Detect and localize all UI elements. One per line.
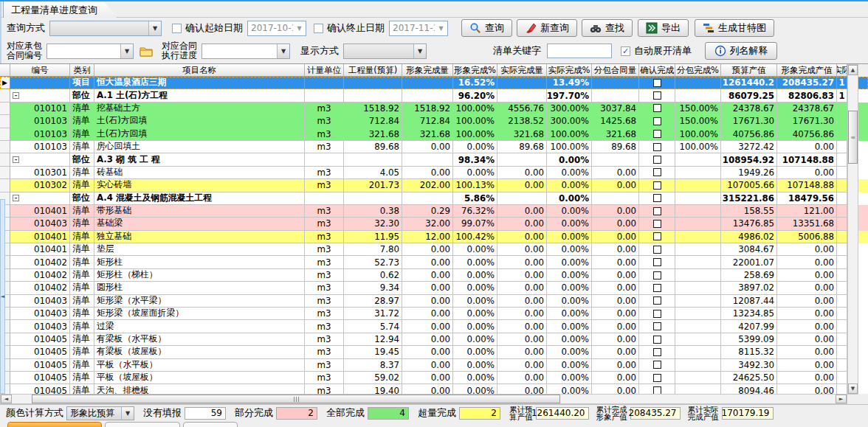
item-row[interactable]: 010403清单基础梁m332.3032.0099.07%0.000.00%0.… <box>0 218 868 230</box>
cell[interactable]: 5.74 <box>344 320 402 333</box>
cell[interactable]: 0.00 <box>592 333 639 346</box>
cell[interactable]: A.3 砌 筑 工 程 <box>94 153 305 166</box>
cell[interactable]: 150.00% <box>675 115 721 128</box>
cell[interactable]: 107148.88 <box>777 153 837 166</box>
confirm-end-date-checkbox[interactable]: 确认终止日期 <box>314 21 385 35</box>
cell[interactable]: 0.00% <box>453 359 497 372</box>
item-row[interactable]: 010403清单矩形梁（水平梁）m328.970.000.00%0.000.00… <box>0 295 868 308</box>
vertical-scroll-thumb[interactable]: ≡ <box>848 111 858 164</box>
find-button[interactable]: 查找 <box>582 19 633 37</box>
cell[interactable]: 3897.02 <box>721 282 777 294</box>
cell[interactable]: 300.00% <box>547 103 592 115</box>
cell[interactable] <box>305 89 344 102</box>
cell[interactable]: 基础梁 <box>94 218 305 230</box>
cell[interactable]: 0.00% <box>453 384 497 394</box>
cell[interactable]: 垫层 <box>94 243 305 256</box>
cell[interactable]: 1 <box>837 89 847 102</box>
scroll-up-icon[interactable]: ▲ <box>848 65 858 75</box>
item-row[interactable]: 010103清单土(石)方回填m3321.68321.68100.00%321.… <box>0 128 868 141</box>
cell[interactable] <box>837 141 847 153</box>
export-button[interactable]: 导出 <box>638 19 689 37</box>
cell[interactable]: 17671.30 <box>777 115 837 128</box>
display-mode-select[interactable]: ▼ <box>343 44 427 59</box>
confirm-complete-checkbox[interactable] <box>653 296 661 305</box>
confirm-complete-checkbox[interactable] <box>653 91 661 100</box>
cell[interactable]: 0.00 <box>402 269 453 282</box>
cell[interactable]: 0.00 <box>497 231 547 243</box>
cell[interactable]: 108954.92 <box>721 153 777 166</box>
cell[interactable] <box>639 384 675 394</box>
cell[interactable] <box>344 89 402 102</box>
cell[interactable] <box>639 115 675 128</box>
cell[interactable]: 清单 <box>70 103 94 115</box>
cell[interactable]: 0.00 <box>777 372 837 384</box>
cell[interactable]: 恒大温泉酒店三期 <box>94 77 305 89</box>
confirm-complete-checkbox[interactable] <box>653 232 661 240</box>
cell[interactable] <box>837 115 847 128</box>
cell[interactable]: m3 <box>305 295 344 308</box>
cell[interactable]: 010402 <box>10 269 70 282</box>
cell[interactable] <box>497 89 547 102</box>
cell[interactable]: 清单 <box>70 333 94 346</box>
cell[interactable] <box>592 153 639 166</box>
cell[interactable]: 0.00 <box>402 308 453 320</box>
cell[interactable]: 010302 <box>10 179 70 192</box>
end-date-picker[interactable]: 2017-11-17 ▼ <box>389 21 448 36</box>
cell[interactable] <box>639 205 675 218</box>
cell[interactable] <box>639 295 675 308</box>
cell[interactable]: 0.00 <box>592 167 639 179</box>
cell[interactable]: 0.00 <box>592 320 639 333</box>
cell[interactable]: 13.49% <box>547 77 592 89</box>
cell[interactable]: 挖基础土方 <box>94 103 305 115</box>
cell[interactable]: 清单 <box>70 282 94 294</box>
cell[interactable]: 清单 <box>70 359 94 372</box>
cell[interactable]: 7.80 <box>344 243 402 256</box>
cell[interactable]: 010402 <box>10 256 70 268</box>
cell[interactable]: 0.00% <box>547 256 592 268</box>
cell[interactable]: A.4 混凝土及钢筋混凝土工程 <box>94 192 305 205</box>
cell[interactable]: m3 <box>305 231 344 243</box>
cell[interactable]: 0.00% <box>453 141 497 153</box>
cell[interactable] <box>837 320 847 333</box>
chevron-down-icon[interactable]: ▼ <box>293 21 306 35</box>
cell[interactable]: m3 <box>305 269 344 282</box>
item-row[interactable]: 010401清单独立基础m311.9512.00100.42%0.000.00%… <box>0 231 868 243</box>
cell[interactable]: 1949.26 <box>721 167 777 179</box>
cell[interactable]: 0.00 <box>497 320 547 333</box>
column-header-6[interactable]: 形象完成量 <box>402 64 453 77</box>
cell[interactable]: 0.00 <box>592 282 639 294</box>
cell[interactable] <box>837 372 847 384</box>
cell[interactable]: 0.00 <box>497 372 547 384</box>
confirm-complete-checkbox[interactable] <box>653 117 661 125</box>
cell[interactable]: m3 <box>305 179 344 192</box>
cell[interactable]: 24378.67 <box>721 103 777 115</box>
cell[interactable]: 部位 <box>70 153 94 166</box>
left-pane-splitter[interactable]: ◄ <box>0 199 5 394</box>
cell[interactable]: 清单 <box>70 295 94 308</box>
cell[interactable]: 100.00% <box>453 128 497 141</box>
scroll-right-icon[interactable]: ► <box>836 395 847 403</box>
cell[interactable]: 0.00 <box>497 167 547 179</box>
column-header-1[interactable]: 编号 <box>10 64 70 77</box>
tab-quantity-list-progress-query[interactable]: 工程量清单进度查询 <box>3 1 117 18</box>
cell[interactable] <box>837 218 847 230</box>
column-header-4[interactable]: 计量单位 <box>305 64 344 77</box>
cell[interactable]: 0.00 <box>592 218 639 230</box>
cell[interactable] <box>675 346 721 358</box>
cell[interactable]: 107005.66 <box>721 179 777 192</box>
cell[interactable] <box>675 77 721 89</box>
vertical-scrollbar[interactable]: ▲ ≡ ▼ <box>847 64 858 395</box>
checkbox-unchecked-icon[interactable] <box>172 24 182 33</box>
cell[interactable]: 0.00 <box>497 282 547 294</box>
cell[interactable] <box>639 256 675 268</box>
cell[interactable]: 0.00% <box>453 308 497 320</box>
cell[interactable]: 100.13% <box>453 179 497 192</box>
cell[interactable] <box>639 282 675 294</box>
cell[interactable]: 清单 <box>70 141 94 153</box>
cell[interactable]: 独立基础 <box>94 231 305 243</box>
cell[interactable] <box>639 167 675 179</box>
item-row[interactable]: 010405清单平板（坡屋板）m359.020.000.00%0.000.00%… <box>0 372 868 384</box>
cell[interactable]: 19.40 <box>344 384 402 394</box>
cell[interactable]: 010401 <box>10 205 70 218</box>
column-header-15[interactable]: 实际 <box>837 64 847 77</box>
